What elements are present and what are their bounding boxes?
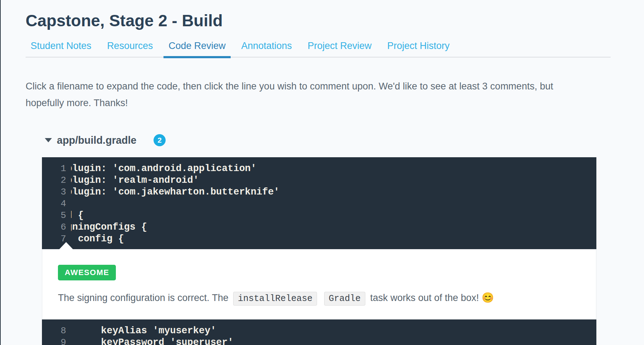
instructions-line-2: hopefully more. Thanks! <box>26 95 611 111</box>
line-number: 5 <box>42 210 71 221</box>
code-text: keyPassword 'superuser' <box>71 337 234 345</box>
tab-student-notes[interactable]: Student Notes <box>26 39 96 57</box>
line-number: 6 <box>42 221 71 233</box>
code-line-6[interactable]: 6 signingConfigs { <box>42 221 596 233</box>
comment-panel: AWESOME The signing configuration is cor… <box>42 249 596 319</box>
instructions-line-1: Click a filename to expand the code, the… <box>26 78 611 95</box>
code-text: apply plugin: 'realm-android' <box>71 175 199 186</box>
code-text: apply plugin: 'com.jakewharton.butterkni… <box>71 186 279 198</box>
tab-code-review[interactable]: Code Review <box>163 39 231 57</box>
line-number: 8 <box>42 325 71 337</box>
tab-project-review[interactable]: Project Review <box>302 39 376 57</box>
inline-code-install-release: installRelease <box>233 292 317 306</box>
code-text: apply plugin: 'com.android.application' <box>71 163 257 175</box>
tab-annotations[interactable]: Annotations <box>236 39 297 57</box>
code-line-8[interactable]: 8 keyAlias 'myuserkey' <box>42 325 596 337</box>
comment-text-before: The signing configuration is correct. Th… <box>58 292 229 303</box>
comment-anchor-triangle-icon <box>59 242 73 249</box>
code-text: signingConfigs { <box>71 221 147 233</box>
code-line-4[interactable]: 4 <box>42 198 596 210</box>
comment-text-after: task works out of the box! <box>370 292 479 303</box>
file-header[interactable]: app/build.gradle 2 <box>45 134 596 146</box>
tab-resources[interactable]: Resources <box>102 39 158 57</box>
line-number: 2 <box>42 175 71 186</box>
comment-count-badge: 2 <box>154 134 166 146</box>
code-line-7[interactable]: 7 config { <box>42 233 596 245</box>
code-block-1: 1 apply plugin: 'com.android.application… <box>42 157 596 249</box>
inline-code-gradle: Gradle <box>324 292 365 306</box>
code-line-5[interactable]: 5 android { <box>42 210 596 221</box>
code-line-1[interactable]: 1 apply plugin: 'com.android.application… <box>42 163 596 175</box>
left-edge-strip <box>0 0 1 345</box>
collapse-triangle-down-icon <box>45 138 52 142</box>
file-section: app/build.gradle 2 1 apply plugin: 'com.… <box>42 134 596 345</box>
code-line-9[interactable]: 9 keyPassword 'superuser' <box>42 337 596 345</box>
file-name: app/build.gradle <box>57 135 136 146</box>
tab-project-history[interactable]: Project History <box>382 39 455 57</box>
smiling-face-emoji-icon: 😊 <box>482 292 494 303</box>
code-text: config { <box>71 233 124 245</box>
main-content: Capstone, Stage 2 - Build Student Notes … <box>26 10 611 345</box>
line-number: 3 <box>42 186 71 198</box>
code-line-3[interactable]: 3 apply plugin: 'com.jakewharton.butterk… <box>42 186 596 198</box>
line-number: 4 <box>42 198 71 210</box>
code-block-2: 8 keyAlias 'myuserkey' 9 keyPassword 'su… <box>42 319 596 345</box>
tab-bar: Student Notes Resources Code Review Anno… <box>26 39 611 58</box>
comment-text: The signing configuration is correct. Th… <box>58 290 580 307</box>
code-text: android { <box>71 210 84 221</box>
line-number: 1 <box>42 163 71 175</box>
code-line-2[interactable]: 2 apply plugin: 'realm-android' <box>42 175 596 186</box>
rating-badge-awesome: AWESOME <box>58 265 116 280</box>
page-title: Capstone, Stage 2 - Build <box>26 10 611 31</box>
instructions-text: Click a filename to expand the code, the… <box>26 78 611 111</box>
code-text: keyAlias 'myuserkey' <box>71 325 216 337</box>
line-number: 9 <box>42 337 71 345</box>
